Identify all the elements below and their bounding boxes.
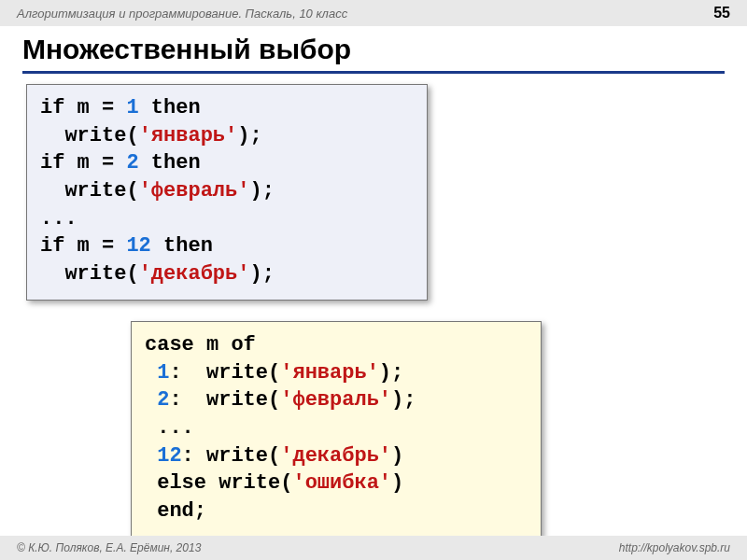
slide: Алгоритмизация и программирование. Паска…	[0, 0, 747, 560]
code-block-case: case m of 1: write('январь'); 2: write('…	[131, 321, 542, 538]
breadcrumb: Алгоритмизация и программирование. Паска…	[17, 7, 347, 21]
code-block-if: if m = 1 then write('январь'); if m = 2 …	[26, 84, 428, 301]
page-number: 55	[713, 5, 730, 21]
footer-url: http://kpolyakov.spb.ru	[619, 541, 730, 554]
footer-copyright: © К.Ю. Поляков, Е.А. Ерёмин, 2013	[17, 541, 201, 554]
page-title: Множественный выбор	[22, 34, 351, 65]
footer-strip: © К.Ю. Поляков, Е.А. Ерёмин, 2013 http:/…	[0, 536, 747, 560]
title-underline	[22, 71, 725, 74]
header-strip: Алгоритмизация и программирование. Паска…	[0, 0, 747, 26]
